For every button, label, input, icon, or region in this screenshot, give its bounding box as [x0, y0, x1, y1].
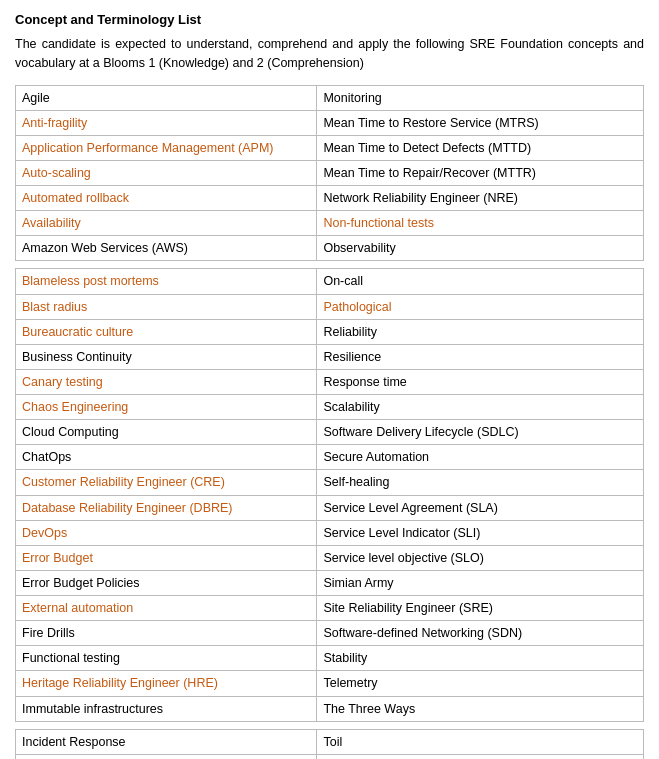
- table-row: Error Budget PoliciesSimian Army: [16, 570, 644, 595]
- table-cell-left: Database Reliability Engineer (DBRE): [16, 495, 317, 520]
- table-row: Cloud ComputingSoftware Delivery Lifecyc…: [16, 420, 644, 445]
- table-row: Incident ResponseToil: [16, 729, 644, 754]
- table-cell-left: Immutable infrastructures: [16, 696, 317, 721]
- table-cell-right: Software-defined Networking (SDN): [317, 621, 644, 646]
- table-row: Amazon Web Services (AWS)Observability: [16, 236, 644, 261]
- table-row: Anti-fragilityMean Time to Restore Servi…: [16, 110, 644, 135]
- table-row: Bureaucratic cultureReliability: [16, 319, 644, 344]
- table-cell-right: Service Level Agreement (SLA): [317, 495, 644, 520]
- table-cell-left: Bureaucratic culture: [16, 319, 317, 344]
- table-row: Application Performance Management (APM)…: [16, 135, 644, 160]
- table-cell-right: Non-functional tests: [317, 211, 644, 236]
- table-row: Internal automationTraffic Volume: [16, 754, 644, 759]
- table-row: Functional testingStability: [16, 646, 644, 671]
- table-row: External automationSite Reliability Engi…: [16, 596, 644, 621]
- table-cell-left: Error Budget: [16, 545, 317, 570]
- page-title: Concept and Terminology List: [15, 12, 644, 27]
- table-cell-left: ChatOps: [16, 445, 317, 470]
- table-row: Error BudgetService level objective (SLO…: [16, 545, 644, 570]
- table-cell-left: Agile: [16, 85, 317, 110]
- table-cell-left: Chaos Engineering: [16, 395, 317, 420]
- table-cell-right: Service level objective (SLO): [317, 545, 644, 570]
- table-cell-left: Automated rollback: [16, 186, 317, 211]
- table-row: Database Reliability Engineer (DBRE)Serv…: [16, 495, 644, 520]
- table-cell-right: Mean Time to Restore Service (MTRS): [317, 110, 644, 135]
- table-row: Heritage Reliability Engineer (HRE)Telem…: [16, 671, 644, 696]
- table-cell-left: Customer Reliability Engineer (CRE): [16, 470, 317, 495]
- concept-table: AgileMonitoringAnti-fragilityMean Time t…: [15, 85, 644, 760]
- table-cell-right: Network Reliability Engineer (NRE): [317, 186, 644, 211]
- table-cell-right: Site Reliability Engineer (SRE): [317, 596, 644, 621]
- table-row: Fire DrillsSoftware-defined Networking (…: [16, 621, 644, 646]
- table-cell-left: Anti-fragility: [16, 110, 317, 135]
- table-cell-right: Service Level Indicator (SLI): [317, 520, 644, 545]
- table-row: Blast radiusPathological: [16, 294, 644, 319]
- table-cell-left: Heritage Reliability Engineer (HRE): [16, 671, 317, 696]
- table-cell-right: Response time: [317, 369, 644, 394]
- table-row: Auto-scalingMean Time to Repair/Recover …: [16, 160, 644, 185]
- table-cell-left: Incident Response: [16, 729, 317, 754]
- table-cell-right: Simian Army: [317, 570, 644, 595]
- table-cell-right: Observability: [317, 236, 644, 261]
- table-cell-right: Secure Automation: [317, 445, 644, 470]
- table-cell-right: Stability: [317, 646, 644, 671]
- table-cell-right: Traffic Volume: [317, 754, 644, 759]
- table-cell-right: Scalability: [317, 395, 644, 420]
- table-cell-left: Blameless post mortems: [16, 269, 317, 294]
- table-cell-right: Software Delivery Lifecycle (SDLC): [317, 420, 644, 445]
- table-row: Blameless post mortemsOn-call: [16, 269, 644, 294]
- table-cell-right: Resilience: [317, 344, 644, 369]
- table-row: DevOpsService Level Indicator (SLI): [16, 520, 644, 545]
- table-cell-right: Mean Time to Detect Defects (MTTD): [317, 135, 644, 160]
- table-row: ChatOpsSecure Automation: [16, 445, 644, 470]
- table-cell-right: Mean Time to Repair/Recover (MTTR): [317, 160, 644, 185]
- table-cell-left: Business Continuity: [16, 344, 317, 369]
- table-cell-right: Pathological: [317, 294, 644, 319]
- table-cell-right: On-call: [317, 269, 644, 294]
- table-cell-left: Auto-scaling: [16, 160, 317, 185]
- table-row: Customer Reliability Engineer (CRE)Self-…: [16, 470, 644, 495]
- table-cell-left: Application Performance Management (APM): [16, 135, 317, 160]
- table-cell-right: Telemetry: [317, 671, 644, 696]
- table-row: AgileMonitoring: [16, 85, 644, 110]
- table-cell-left: Internal automation: [16, 754, 317, 759]
- table-cell-left: Functional testing: [16, 646, 317, 671]
- intro-paragraph: The candidate is expected to understand,…: [15, 35, 644, 73]
- table-row: Automated rollbackNetwork Reliability En…: [16, 186, 644, 211]
- table-cell-right: The Three Ways: [317, 696, 644, 721]
- table-row: Canary testingResponse time: [16, 369, 644, 394]
- table-cell-right: Self-healing: [317, 470, 644, 495]
- table-cell-left: Cloud Computing: [16, 420, 317, 445]
- table-cell-right: Monitoring: [317, 85, 644, 110]
- table-cell-right: Reliability: [317, 319, 644, 344]
- table-cell-left: Amazon Web Services (AWS): [16, 236, 317, 261]
- table-cell-left: Canary testing: [16, 369, 317, 394]
- table-cell-left: Fire Drills: [16, 621, 317, 646]
- table-row: Chaos EngineeringScalability: [16, 395, 644, 420]
- table-cell-left: Availability: [16, 211, 317, 236]
- table-row: Business ContinuityResilience: [16, 344, 644, 369]
- table-row: AvailabilityNon-functional tests: [16, 211, 644, 236]
- table-cell-left: Error Budget Policies: [16, 570, 317, 595]
- table-cell-left: External automation: [16, 596, 317, 621]
- table-cell-left: Blast radius: [16, 294, 317, 319]
- table-cell-right: Toil: [317, 729, 644, 754]
- table-cell-left: DevOps: [16, 520, 317, 545]
- table-row: Immutable infrastructuresThe Three Ways: [16, 696, 644, 721]
